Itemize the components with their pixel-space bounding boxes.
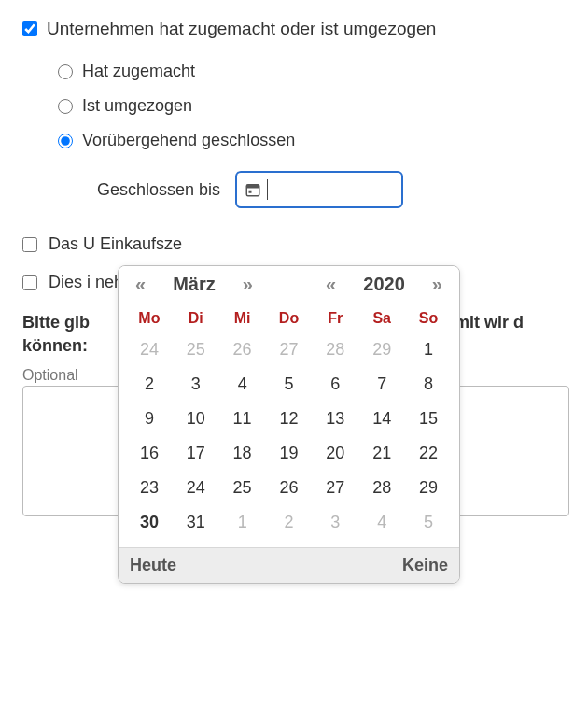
closed-radio-label: Hat zugemacht — [82, 62, 195, 81]
year-next-button[interactable]: » — [427, 274, 448, 295]
day-of-week-header: Do — [266, 304, 313, 332]
business-closed-or-moved-label: Unternehmen hat zugemacht oder ist umgez… — [47, 19, 436, 39]
day-of-week-header: Sa — [358, 304, 405, 332]
day-of-week-header: Mi — [219, 304, 266, 332]
calendar-day[interactable]: 25 — [219, 471, 266, 505]
month-next-button[interactable]: » — [237, 274, 259, 295]
mall-checkbox[interactable] — [22, 237, 37, 252]
status-radio-group: Hat zugemacht Ist umgezogen Vorübergehen… — [58, 62, 569, 150]
calendar-day[interactable]: 6 — [312, 367, 358, 402]
calendar-day[interactable]: 16 — [126, 436, 173, 471]
svg-rect-2 — [249, 191, 252, 193]
year-label[interactable]: 2020 — [363, 274, 405, 295]
calendar-day[interactable]: 10 — [173, 402, 219, 436]
calendar-day[interactable]: 12 — [266, 402, 313, 436]
calendar-day[interactable]: 25 — [173, 332, 219, 367]
day-of-week-header: Fr — [312, 304, 358, 332]
calendar-day[interactable]: 24 — [126, 332, 173, 367]
moved-radio-label: Ist umgezogen — [82, 96, 192, 116]
moved-radio[interactable] — [58, 99, 73, 114]
calendar-day[interactable]: 2 — [126, 367, 173, 402]
mall-checkbox-label: Das U Einkaufsze — [49, 234, 182, 254]
calendar-day[interactable]: 28 — [358, 471, 405, 505]
calendar-day[interactable]: 5 — [266, 367, 313, 402]
calendar-day[interactable]: 13 — [312, 402, 358, 436]
calendar-day[interactable]: 27 — [266, 332, 313, 367]
calendar-day[interactable]: 26 — [266, 471, 313, 505]
calendar-day[interactable]: 1 — [405, 332, 452, 367]
calendar-icon — [245, 181, 261, 198]
calendar-day[interactable]: 11 — [219, 402, 266, 436]
month-prev-button[interactable]: « — [130, 274, 151, 295]
calendar-day[interactable]: 3 — [312, 505, 358, 540]
closed-until-date-input[interactable] — [235, 171, 403, 208]
calendar-day[interactable]: 3 — [173, 367, 219, 402]
datepicker-popup: « März » « 2020 » MoDiMiDoFrSaSo24252627… — [118, 265, 460, 540]
calendar-day[interactable]: 19 — [266, 436, 313, 471]
calendar-day[interactable]: 9 — [126, 402, 173, 436]
temporarily-closed-radio-label: Vorübergehend geschlossen — [82, 131, 295, 150]
calendar-day[interactable]: 29 — [405, 471, 452, 505]
closed-radio[interactable] — [58, 64, 73, 79]
text-cursor — [267, 179, 268, 200]
calendar-day[interactable]: 17 — [173, 436, 219, 471]
business-closed-or-moved-checkbox[interactable] — [22, 21, 37, 36]
calendar-day[interactable]: 30 — [126, 505, 173, 540]
calendar-day[interactable]: 24 — [173, 471, 219, 505]
calendar-day[interactable]: 5 — [405, 505, 452, 540]
calendar-day[interactable]: 1 — [219, 505, 266, 540]
calendar-day[interactable]: 31 — [173, 505, 219, 540]
calendar-day[interactable]: 28 — [312, 332, 358, 367]
calendar-grid: MoDiMiDoFrSaSo24252627282912345678910111… — [119, 301, 459, 540]
calendar-day[interactable]: 20 — [312, 436, 358, 471]
headquarter-checkbox[interactable] — [22, 275, 37, 290]
calendar-day[interactable]: 14 — [358, 402, 405, 436]
calendar-day[interactable]: 27 — [312, 471, 358, 505]
day-of-week-header: So — [405, 304, 452, 332]
calendar-day[interactable]: 21 — [358, 436, 405, 471]
day-of-week-header: Mo — [126, 304, 173, 332]
day-of-week-header: Di — [173, 304, 219, 332]
calendar-day[interactable]: 4 — [219, 367, 266, 402]
year-prev-button[interactable]: « — [320, 274, 342, 295]
calendar-day[interactable]: 29 — [358, 332, 405, 367]
calendar-day[interactable]: 18 — [219, 436, 266, 471]
month-label[interactable]: März — [173, 274, 216, 295]
calendar-day[interactable]: 8 — [405, 367, 452, 402]
calendar-day[interactable]: 15 — [405, 402, 452, 436]
calendar-day[interactable]: 26 — [219, 332, 266, 367]
calendar-day[interactable]: 2 — [266, 505, 313, 540]
closed-until-label: Geschlossen bis — [97, 180, 220, 200]
svg-rect-1 — [246, 185, 259, 189]
calendar-day[interactable]: 22 — [405, 436, 452, 471]
calendar-day[interactable]: 4 — [358, 505, 405, 540]
temporarily-closed-radio[interactable] — [58, 134, 73, 148]
calendar-day[interactable]: 7 — [358, 367, 405, 402]
calendar-day[interactable]: 23 — [126, 471, 173, 505]
